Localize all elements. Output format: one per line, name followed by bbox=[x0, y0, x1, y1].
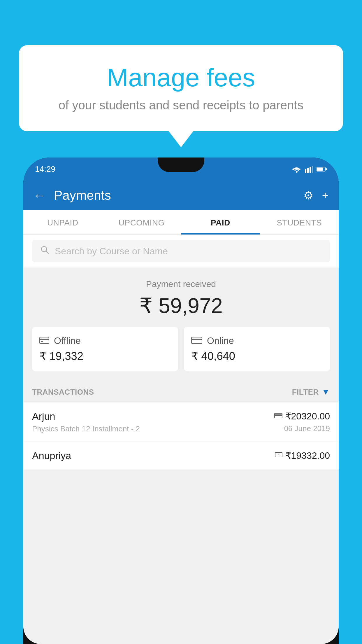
battery-icon bbox=[317, 166, 327, 172]
transaction-name: Arjun bbox=[32, 411, 274, 422]
tab-students[interactable]: STUDENTS bbox=[260, 210, 339, 235]
transaction-date: 06 June 2019 bbox=[274, 424, 330, 433]
transactions-label: TRANSACTIONS bbox=[32, 388, 94, 397]
search-placeholder: Search by Course or Name bbox=[55, 246, 168, 257]
page-title: Payments bbox=[54, 188, 295, 203]
app-header: ← Payments ⚙ + bbox=[23, 181, 339, 210]
transaction-name-2: Anupriya bbox=[32, 450, 275, 461]
online-icon bbox=[191, 335, 202, 346]
phone-frame: 14:29 ← Payments ⚙ + bbox=[23, 158, 339, 644]
transaction-amount-2: ₹19332.00 bbox=[285, 450, 330, 461]
filter-label: FILTER bbox=[292, 388, 319, 397]
speech-bubble-title: Manage fees bbox=[42, 63, 320, 92]
speech-bubble: Manage fees of your students and send re… bbox=[19, 45, 343, 131]
offline-icon bbox=[39, 335, 49, 346]
partial-amount-wrapper: ₹ ₹19332.00 bbox=[275, 450, 330, 461]
svg-text:₹: ₹ bbox=[278, 453, 280, 456]
phone-notch bbox=[158, 158, 204, 172]
transactions-list: Arjun Physics Batch 12 Installment - 2 ₹… bbox=[23, 402, 339, 470]
transaction-right-2: ₹ ₹19332.00 bbox=[275, 450, 330, 461]
svg-rect-9 bbox=[40, 337, 49, 344]
svg-rect-15 bbox=[275, 414, 282, 416]
payment-total-amount: ₹ 59,972 bbox=[32, 293, 330, 318]
svg-rect-3 bbox=[312, 166, 313, 173]
svg-rect-6 bbox=[326, 168, 327, 170]
card-payment-icon bbox=[274, 412, 282, 421]
transaction-right: ₹20320.00 06 June 2019 bbox=[274, 411, 330, 433]
online-card-header: Online bbox=[191, 335, 323, 346]
tab-paid[interactable]: PAID bbox=[181, 210, 260, 235]
transaction-detail: Physics Batch 12 Installment - 2 bbox=[32, 424, 274, 433]
filter-button[interactable]: FILTER ▼ bbox=[292, 387, 330, 397]
search-bar: Search by Course or Name bbox=[23, 235, 339, 267]
add-button[interactable]: + bbox=[322, 189, 328, 202]
svg-rect-5 bbox=[317, 168, 323, 171]
online-payment-card: Online ₹ 40,640 bbox=[184, 327, 330, 371]
filter-icon: ▼ bbox=[322, 387, 330, 397]
speech-bubble-subtitle: of your students and send receipts to pa… bbox=[42, 98, 320, 112]
signal-icon bbox=[305, 166, 313, 173]
status-bar: 14:29 bbox=[23, 158, 339, 181]
tabs-container: UNPAID UPCOMING PAID STUDENTS bbox=[23, 210, 339, 235]
speech-bubble-container: Manage fees of your students and send re… bbox=[19, 45, 343, 147]
online-amount: ₹ 40,640 bbox=[191, 350, 323, 363]
svg-rect-2 bbox=[310, 167, 311, 173]
payment-received-label: Payment received bbox=[32, 279, 330, 289]
svg-rect-0 bbox=[305, 169, 306, 173]
phone-content: UNPAID UPCOMING PAID STUDENTS bbox=[23, 210, 339, 644]
status-icons bbox=[292, 166, 327, 173]
transaction-row-partial[interactable]: Anupriya ₹ ₹19332.00 bbox=[23, 442, 339, 470]
status-time: 14:29 bbox=[35, 164, 55, 174]
svg-rect-13 bbox=[191, 339, 202, 340]
svg-rect-11 bbox=[41, 341, 43, 342]
transaction-amount: ₹20320.00 bbox=[285, 411, 330, 422]
offline-payment-card: Offline ₹ 19,332 bbox=[32, 327, 178, 371]
online-type-label: Online bbox=[207, 335, 234, 346]
svg-line-8 bbox=[46, 251, 49, 254]
tab-unpaid[interactable]: UNPAID bbox=[23, 210, 102, 235]
header-actions: ⚙ + bbox=[303, 189, 328, 202]
payment-summary: Payment received ₹ 59,972 Offline bbox=[23, 267, 339, 380]
transaction-row[interactable]: Arjun Physics Batch 12 Installment - 2 ₹… bbox=[23, 402, 339, 442]
cash-payment-icon: ₹ bbox=[275, 451, 282, 460]
transaction-left-2: Anupriya bbox=[32, 450, 275, 464]
transaction-left: Arjun Physics Batch 12 Installment - 2 bbox=[32, 411, 274, 433]
svg-rect-12 bbox=[191, 337, 202, 344]
payment-cards: Offline ₹ 19,332 Online bbox=[32, 327, 330, 371]
settings-button[interactable]: ⚙ bbox=[303, 189, 313, 202]
wifi-icon bbox=[292, 166, 301, 173]
svg-rect-1 bbox=[307, 168, 309, 173]
offline-type-label: Offline bbox=[54, 335, 81, 346]
speech-bubble-arrow bbox=[169, 131, 193, 147]
transaction-amount-wrapper: ₹20320.00 bbox=[274, 411, 330, 422]
offline-amount: ₹ 19,332 bbox=[39, 350, 171, 363]
offline-card-header: Offline bbox=[39, 335, 171, 346]
svg-rect-10 bbox=[40, 339, 49, 340]
search-input-wrapper[interactable]: Search by Course or Name bbox=[32, 240, 330, 262]
transactions-header: TRANSACTIONS FILTER ▼ bbox=[23, 380, 339, 402]
back-button[interactable]: ← bbox=[34, 189, 45, 202]
search-icon bbox=[40, 245, 50, 257]
tab-upcoming[interactable]: UPCOMING bbox=[102, 210, 181, 235]
